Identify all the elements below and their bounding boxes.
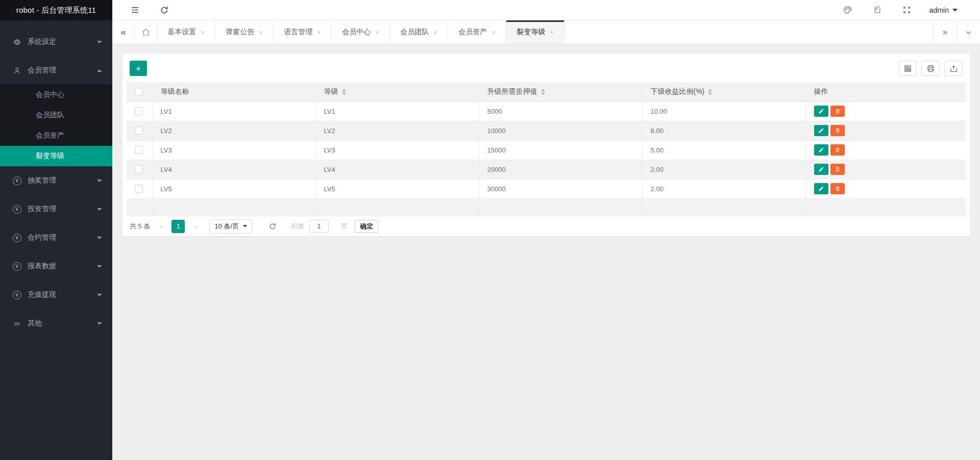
row-checkbox[interactable] (135, 165, 143, 173)
page-size-value: 10 条/页 (214, 222, 239, 231)
sort-icon[interactable] (342, 89, 346, 95)
tab-label: 基本设置 (167, 28, 196, 37)
refresh-icon[interactable] (157, 3, 172, 17)
sidebar-item-label: 会员管理 (28, 66, 56, 75)
yen-icon: ¥ (12, 176, 21, 185)
tab-label: 裂变等级 (517, 28, 545, 37)
sort-icon[interactable] (541, 89, 545, 95)
page-number-button[interactable]: 1 (172, 220, 185, 233)
row-checkbox[interactable] (135, 107, 143, 115)
col-level-name: 等级名称 (152, 82, 315, 101)
sidebar-item-member-center[interactable]: 会员中心 (0, 85, 112, 105)
row-checkbox[interactable] (135, 146, 143, 154)
yen-icon: ¥ (12, 290, 21, 299)
prev-page-icon[interactable]: ‹ (155, 222, 166, 231)
sidebar-menu: 系统设定 会员管理 会员中心 会员团队 会员资产 (0, 20, 112, 338)
sidebar-item-member-management[interactable]: 会员管理 (0, 56, 112, 85)
sidebar-item-system-settings[interactable]: 系统设定 (0, 28, 112, 56)
submenu-item-label: 裂变等级 (36, 151, 64, 161)
delete-button[interactable] (830, 106, 845, 117)
page-suffix-label: 页 (341, 222, 348, 231)
user-menu[interactable]: admin (929, 6, 958, 14)
goto-page-input[interactable] (309, 220, 329, 233)
sidebar-item-member-assets[interactable]: 会员资产 (0, 125, 112, 146)
cell-level: LV4 (315, 160, 479, 179)
tab-close-icon[interactable]: × (201, 29, 205, 36)
print-icon[interactable] (921, 61, 940, 76)
table-row: LV5 LV5 30000 2.00 (127, 179, 966, 198)
tabs-menu-chevron-icon[interactable] (957, 20, 980, 44)
tab-popup-notice[interactable]: 弹窗公告 × (215, 20, 274, 44)
tab-member-assets[interactable]: 会员资产 × (448, 20, 506, 44)
menu-fold-icon[interactable] (128, 3, 142, 17)
theme-palette-icon[interactable] (841, 3, 855, 17)
edit-button[interactable] (814, 125, 828, 136)
tab-close-icon[interactable]: × (492, 29, 496, 36)
chevron-down-icon (97, 180, 102, 182)
tab-basic-settings[interactable]: 基本设置 × (157, 20, 215, 44)
tab-member-team[interactable]: 会员团队 × (390, 20, 448, 44)
sidebar-item-investment-management[interactable]: ¥ 投资管理 (0, 195, 112, 223)
tabs-scroll-left-icon[interactable]: « (112, 20, 135, 44)
tab-close-icon[interactable]: × (259, 29, 263, 36)
home-icon[interactable] (135, 20, 157, 44)
tag-icon[interactable] (870, 3, 885, 17)
tab-member-center[interactable]: 会员中心 × (332, 20, 390, 44)
col-actions: 操作 (805, 82, 966, 101)
export-icon[interactable] (944, 61, 963, 76)
select-all-checkbox[interactable] (135, 88, 143, 96)
tab-label: 语言管理 (284, 28, 312, 37)
cell-ratio: 2.00 (642, 179, 805, 198)
sidebar-item-label: 合约管理 (28, 233, 56, 242)
tab-close-icon[interactable]: × (433, 29, 437, 36)
cell-level-name: LV5 (152, 179, 315, 198)
sidebar-item-fission-level[interactable]: 裂变等级 (0, 146, 112, 166)
delete-button[interactable] (830, 183, 845, 194)
sidebar-item-deposit-withdraw[interactable]: ¥ 充值提现 (0, 280, 112, 309)
sort-icon[interactable] (708, 89, 712, 95)
submenu-item-label: 会员中心 (36, 90, 64, 99)
empty-row (127, 198, 966, 216)
sidebar-item-member-team[interactable]: 会员团队 (0, 105, 112, 125)
pagination-refresh-icon[interactable] (266, 220, 279, 233)
tab-close-icon[interactable]: × (375, 29, 379, 36)
edit-button[interactable] (814, 164, 828, 175)
tab-close-icon[interactable]: × (550, 29, 554, 36)
confirm-button[interactable]: 确定 (355, 220, 378, 233)
edit-button[interactable] (814, 106, 828, 117)
sidebar-item-lottery-management[interactable]: ¥ 抽奖管理 (0, 166, 112, 195)
header-checkbox-cell (127, 82, 152, 101)
row-checkbox[interactable] (135, 126, 143, 135)
chevron-up-icon (97, 69, 102, 72)
sidebar-item-contract-management[interactable]: ¥ 合约管理 (0, 223, 112, 252)
column-display-icon[interactable] (898, 61, 917, 76)
gear-icon (12, 37, 21, 46)
sidebar-item-other[interactable]: ∞ 其他 (0, 309, 112, 338)
submenu-item-label: 会员团队 (36, 111, 64, 120)
cell-level-name: LV3 (152, 140, 315, 160)
delete-button[interactable] (830, 164, 845, 175)
edit-button[interactable] (814, 183, 828, 194)
page-size-select[interactable]: 10 条/页 (209, 219, 252, 234)
chevron-down-icon (97, 265, 102, 268)
app-title: robot - 后台管理系统11 (0, 0, 112, 20)
tab-language-management[interactable]: 语言管理 × (274, 20, 332, 44)
fullscreen-icon[interactable] (900, 3, 914, 17)
table-header-row: 等级名称 等级 升级所需质押值 下级收益比例(%) 操作 (127, 82, 966, 101)
tab-close-icon[interactable]: × (317, 29, 321, 36)
chevron-down-icon (97, 208, 102, 211)
delete-button[interactable] (830, 125, 845, 136)
sidebar-item-report-data[interactable]: ¥ 报表数据 (0, 252, 112, 280)
total-count: 共 5 条 (130, 222, 150, 231)
chevron-down-icon (97, 237, 102, 239)
tab-fission-level[interactable]: 裂变等级 × (506, 20, 565, 44)
tabs-scroll-right-icon[interactable]: » (933, 20, 957, 44)
next-page-icon[interactable]: › (190, 222, 201, 231)
delete-button[interactable] (830, 144, 845, 156)
tab-label: 会员中心 (342, 28, 371, 37)
add-button[interactable]: + (130, 61, 147, 76)
row-checkbox[interactable] (135, 185, 143, 193)
edit-button[interactable] (814, 144, 828, 156)
goto-label: 到第 (291, 222, 304, 231)
sidebar-item-label: 投资管理 (28, 205, 56, 214)
